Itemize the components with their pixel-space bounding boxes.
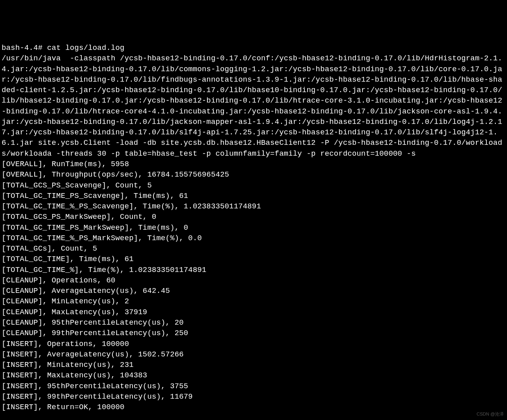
metric-line: [TOTAL_GC_TIME_%], Time(%), 1.0238335011… (2, 265, 505, 276)
metric-line: [TOTAL_GC_TIME], Time(ms), 61 (2, 254, 505, 265)
metric-line: [CLEANUP], Operations, 60 (2, 276, 505, 286)
metric-line: [TOTAL_GCs], Count, 5 (2, 244, 505, 254)
metric-line: [TOTAL_GCS_PS_MarkSweep], Count, 0 (2, 212, 505, 222)
metric-line: [INSERT], Operations, 100000 (2, 339, 505, 350)
metric-line: [OVERALL], Throughput(ops/sec), 16784.15… (2, 170, 505, 180)
metric-line: [CLEANUP], AverageLatency(us), 642.45 (2, 286, 505, 296)
metric-line: [TOTAL_GC_TIME_PS_MarkSweep], Time(ms), … (2, 223, 505, 233)
command-text: cat logs/load.log (47, 44, 124, 52)
metric-line: [INSERT], MaxLatency(us), 104383 (2, 371, 505, 381)
metric-line: [INSERT], MinLatency(us), 231 (2, 360, 505, 371)
metric-line: [CLEANUP], 99thPercentileLatency(us), 25… (2, 328, 505, 339)
command-line: bash-4.4# cat logs/load.log (2, 43, 505, 54)
metric-line: [CLEANUP], MaxLatency(us), 37919 (2, 307, 505, 318)
metric-line: [OVERALL], RunTime(ms), 5958 (2, 159, 505, 170)
watermark-text: CSDN @沧泽 (477, 411, 504, 418)
java-command-output: /usr/bin/java -classpath /ycsb-hbase12-b… (2, 54, 505, 159)
metric-line: [INSERT], Return=OK, 100000 (2, 402, 505, 413)
metric-line: [TOTAL_GC_TIME_%_PS_MarkSweep], Time(%),… (2, 233, 505, 244)
metric-line: [TOTAL_GC_TIME_%_PS_Scavenge], Time(%), … (2, 202, 505, 212)
metric-line: [TOTAL_GCS_PS_Scavenge], Count, 5 (2, 181, 505, 191)
shell-prompt: bash-4.4# (2, 44, 47, 52)
metric-line: [TOTAL_GC_TIME_PS_Scavenge], Time(ms), 6… (2, 191, 505, 202)
metric-line: [CLEANUP], MinLatency(us), 2 (2, 296, 505, 307)
metric-line: [INSERT], AverageLatency(us), 1502.57266 (2, 350, 505, 360)
metric-line: [INSERT], 95thPercentileLatency(us), 375… (2, 381, 505, 392)
metrics-output: [OVERALL], RunTime(ms), 5958[OVERALL], T… (2, 159, 505, 413)
metric-line: [CLEANUP], 95thPercentileLatency(us), 20 (2, 318, 505, 328)
metric-line: [INSERT], 99thPercentileLatency(us), 116… (2, 392, 505, 402)
